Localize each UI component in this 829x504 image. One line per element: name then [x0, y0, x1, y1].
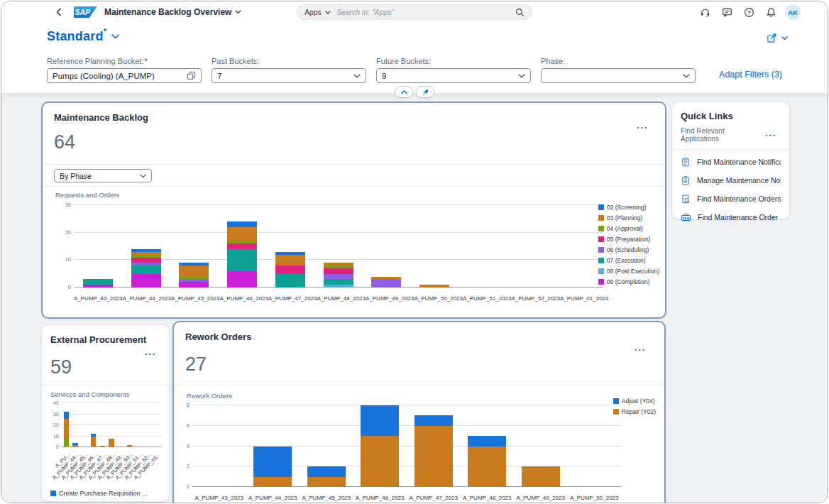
bar-segment[interactable]	[324, 268, 353, 274]
divider	[43, 186, 665, 187]
search-icon[interactable]	[515, 8, 525, 17]
quick-link-item[interactable]: Find Maintenance Notificatio...	[681, 153, 781, 171]
chevron-down-icon	[683, 74, 690, 78]
adapt-filters-link[interactable]: Adapt Filters (3)	[719, 61, 782, 80]
bar-segment[interactable]	[83, 279, 113, 285]
bar-segment[interactable]	[109, 439, 114, 447]
bar-segment[interactable]	[361, 436, 399, 487]
bar-segment[interactable]	[131, 274, 161, 287]
x-tick-label: A_PUMP_47_2023	[410, 495, 459, 501]
help-button[interactable]: ?	[741, 4, 757, 20]
bar-segment[interactable]	[361, 405, 399, 436]
quick-link-item[interactable]: Find Maintenance Orders an...	[681, 190, 781, 208]
past-buckets-select[interactable]: 7	[212, 68, 366, 83]
bar-stack	[131, 249, 161, 287]
bar-segment[interactable]	[227, 249, 257, 271]
x-tick-label: A_PUMP_50_2023	[414, 295, 463, 302]
bar-segment[interactable]	[227, 271, 257, 287]
y-tick-label: 20	[55, 229, 71, 236]
phase-select[interactable]	[541, 68, 696, 83]
legend-color-swatch	[613, 409, 619, 415]
divider	[42, 385, 169, 385]
value-help-icon[interactable]	[187, 71, 196, 80]
bar-segment[interactable]	[131, 265, 161, 274]
bar-segment[interactable]	[324, 285, 353, 287]
bar-segment[interactable]	[64, 419, 69, 439]
bar-segment[interactable]	[275, 274, 305, 287]
bar-segment[interactable]	[127, 445, 132, 447]
reference-planning-bucket-input[interactable]: Pumps (Cooling) (A_PUMP)	[47, 68, 202, 83]
bar-segment[interactable]	[253, 477, 292, 487]
overflow-button[interactable]: ···	[761, 129, 781, 141]
bar-segment[interactable]	[419, 285, 449, 287]
variant-selector[interactable]: Standard*	[47, 28, 119, 44]
bar-segment[interactable]	[91, 437, 96, 448]
bar-segment[interactable]	[275, 255, 305, 265]
bar-segment[interactable]	[131, 258, 161, 263]
quick-link-label: Manage Maintenance Notifi...	[697, 176, 781, 185]
bar-segment[interactable]	[179, 282, 209, 287]
external-procurement-card[interactable]: External Procurement ··· 59 Services and…	[41, 324, 170, 502]
x-tick-label: A_PUMP_48_2023	[317, 295, 366, 302]
quick-link-item[interactable]: EAM Find Maintenance Order	[681, 208, 781, 226]
x-tick: A_PUMP_43_2023	[192, 490, 246, 503]
bar-segment[interactable]	[64, 412, 69, 418]
bar-segment[interactable]	[227, 227, 257, 241]
feedback-button[interactable]	[719, 4, 735, 20]
bar-segment[interactable]	[100, 446, 105, 447]
maintenance-backlog-chart: Requests and Orders 0102030 A_PUMP_43_20…	[50, 190, 659, 314]
filter-label: Phase:	[541, 57, 696, 65]
pin-filter-button[interactable]	[416, 86, 434, 98]
bar-segment[interactable]	[72, 445, 77, 447]
x-tick: A_PUMP_46_2023	[220, 290, 269, 303]
bar-segment[interactable]	[307, 477, 346, 487]
notifications-button[interactable]	[763, 4, 779, 20]
bar-segment[interactable]	[64, 439, 69, 447]
bar-segment[interactable]	[179, 265, 209, 276]
future-buckets-select[interactable]: 9	[376, 68, 531, 83]
overflow-button[interactable]: ···	[632, 121, 652, 133]
bar-segment[interactable]	[83, 285, 113, 287]
app-title: Maintenance Backlog Overview	[104, 7, 231, 17]
share-menu[interactable]	[767, 33, 788, 43]
variant-title: Standard*	[47, 28, 106, 44]
bar-segment[interactable]	[227, 243, 257, 249]
back-button[interactable]	[51, 4, 67, 20]
support-button[interactable]	[697, 4, 713, 20]
bars-row	[192, 405, 621, 487]
bar-segment[interactable]	[371, 279, 401, 287]
search-input[interactable]: Search in: "Apps"	[336, 8, 510, 16]
bar-segment[interactable]	[468, 447, 506, 488]
app-title-menu[interactable]: Maintenance Backlog Overview	[104, 7, 241, 17]
bars-row	[62, 403, 161, 447]
bar-segment[interactable]	[307, 466, 346, 476]
bar-slot	[122, 205, 170, 287]
avatar[interactable]: AK	[785, 4, 801, 20]
bar-slot	[362, 205, 410, 287]
card-title: Maintenance Backlog	[54, 112, 148, 123]
overflow-button[interactable]: ···	[630, 344, 650, 356]
quick-link-item[interactable]: Manage Maintenance Notifi...	[681, 171, 781, 190]
search-scope-select[interactable]: Apps	[304, 8, 331, 16]
bar-segment[interactable]	[275, 265, 305, 274]
bar-segment[interactable]	[414, 415, 453, 425]
overflow-button[interactable]: ···	[141, 348, 160, 360]
maintenance-backlog-card[interactable]: Maintenance Backlog ··· 64 By Phase Requ…	[41, 102, 666, 319]
bar-segment[interactable]	[324, 279, 353, 285]
bar-segment[interactable]	[324, 274, 353, 280]
bar-segment[interactable]	[468, 436, 506, 446]
x-tick-label: A_PUMP_52_2023	[512, 295, 561, 302]
bar-segment[interactable]	[414, 426, 453, 487]
bar-slot	[107, 403, 116, 447]
bar-segment[interactable]	[522, 466, 560, 487]
bar-segment[interactable]	[253, 447, 292, 477]
quick-links-card: Quick Links Find Relevant Applications ·…	[671, 102, 790, 219]
field-value: 7	[217, 72, 353, 80]
legend-color-swatch	[598, 268, 604, 274]
shell-search[interactable]: Apps Search in: "Apps"	[297, 4, 532, 20]
collapse-filter-button[interactable]	[395, 86, 413, 98]
view-by-select[interactable]: By Phase	[54, 169, 152, 182]
rework-orders-card[interactable]: Rework Orders ··· 27 Rework Orders 02468…	[172, 321, 666, 503]
x-tick: A_PUMP_44_2023	[123, 290, 172, 303]
bar-segment[interactable]	[227, 221, 257, 227]
